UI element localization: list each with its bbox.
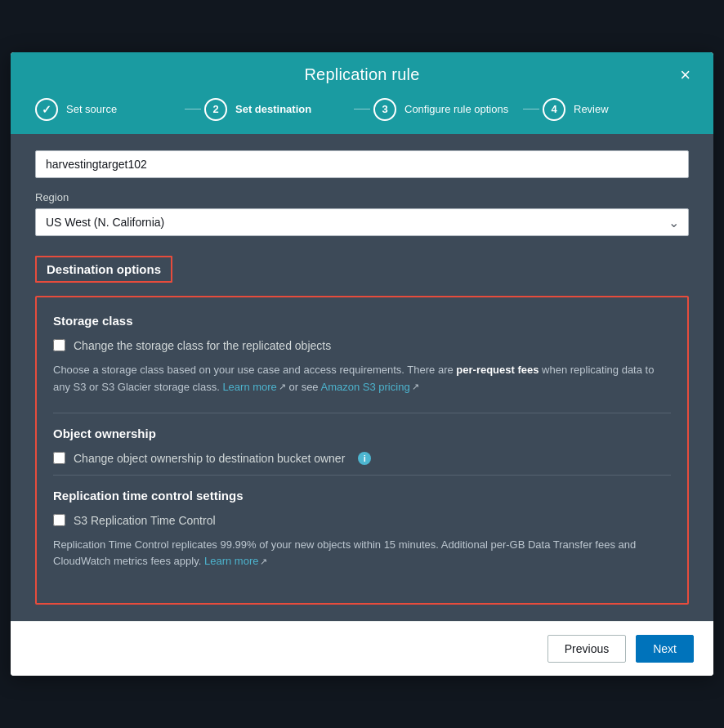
step-divider-1 — [185, 109, 201, 109]
next-button[interactable]: Next — [636, 635, 694, 663]
storage-class-checkbox[interactable] — [53, 339, 65, 351]
replication-time-learn-more-link[interactable]: Learn more — [204, 555, 258, 567]
object-ownership-checkbox-row: Change object ownership to destination b… — [53, 452, 671, 465]
storage-class-checkbox-label: Change the storage class for the replica… — [74, 339, 331, 352]
previous-button[interactable]: Previous — [547, 635, 626, 663]
replication-time-desc: Replication Time Control replicates 99.9… — [53, 538, 636, 568]
bucket-name-input[interactable] — [35, 150, 689, 178]
section-divider-1 — [53, 413, 671, 413]
step-3-number: 3 — [382, 103, 387, 115]
step-3-circle: 3 — [373, 98, 396, 121]
object-ownership-title: Object ownership — [53, 427, 671, 440]
step-2: 2 Set destination — [204, 98, 351, 121]
region-label: Region — [35, 191, 689, 203]
step-4-number: 4 — [551, 103, 556, 115]
modal-body: Region US West (N. California) ⌄ Destina… — [11, 134, 713, 621]
step-2-circle: 2 — [204, 98, 227, 121]
replication-time-title: Replication time control settings — [53, 489, 671, 502]
storage-class-desc-bold: per-request fees — [456, 364, 539, 376]
body-scroll-container: Region US West (N. California) ⌄ Destina… — [11, 134, 713, 621]
storage-class-desc-part3: or see — [286, 381, 321, 393]
modal-overlay: Replication rule × ✓ Set source 2 Set de… — [0, 0, 724, 728]
replication-time-section: Replication time control settings S3 Rep… — [53, 489, 671, 571]
destination-options-label: Destination options — [35, 256, 172, 283]
storage-class-learn-more-link[interactable]: Learn more — [222, 381, 276, 393]
wizard-steps: ✓ Set source 2 Set destination 3 Configu… — [11, 98, 713, 134]
step-2-number: 2 — [212, 103, 218, 115]
step-1: ✓ Set source — [35, 98, 181, 121]
object-ownership-checkbox-label: Change object ownership to destination b… — [74, 452, 345, 465]
step-3: 3 Configure rule options — [373, 98, 520, 121]
step-4-circle: 4 — [543, 98, 565, 121]
storage-class-section: Storage class Change the storage class f… — [53, 314, 671, 396]
modal-title: Replication rule — [304, 65, 419, 84]
step-divider-2 — [354, 109, 370, 109]
step-divider-3 — [523, 109, 539, 109]
external-link-icon-2: ↗ — [412, 380, 419, 395]
destination-options-container: Storage class Change the storage class f… — [35, 296, 689, 605]
step-3-label: Configure rule options — [404, 103, 508, 115]
step-1-check-icon: ✓ — [42, 103, 51, 116]
step-2-label: Set destination — [235, 103, 311, 115]
step-4: 4 Review — [543, 98, 689, 121]
region-field: Region US West (N. California) ⌄ — [35, 191, 689, 236]
modal-header: Replication rule × — [11, 52, 713, 98]
amazon-pricing-link[interactable]: Amazon S3 pricing — [321, 381, 410, 393]
object-ownership-checkbox[interactable] — [53, 452, 65, 464]
replication-time-checkbox-label: S3 Replication Time Control — [74, 514, 216, 527]
storage-class-checkbox-row: Change the storage class for the replica… — [53, 339, 671, 352]
modal-footer: Previous Next — [11, 621, 713, 676]
external-link-icon-1: ↗ — [279, 380, 286, 395]
info-icon[interactable]: i — [358, 452, 371, 465]
region-select-wrapper: US West (N. California) ⌄ — [35, 208, 689, 236]
storage-class-title: Storage class — [53, 314, 671, 328]
region-select[interactable]: US West (N. California) — [35, 208, 689, 236]
replication-rule-modal: Replication rule × ✓ Set source 2 Set de… — [11, 52, 713, 676]
section-divider-2 — [53, 475, 671, 476]
replication-time-checkbox-row: S3 Replication Time Control — [53, 514, 671, 527]
external-link-icon-3: ↗ — [260, 555, 267, 569]
replication-time-checkbox[interactable] — [53, 514, 65, 526]
step-1-circle: ✓ — [35, 98, 58, 121]
object-ownership-section: Object ownership Change object ownership… — [53, 427, 671, 465]
replication-time-description: Replication Time Control replicates 99.9… — [53, 537, 671, 571]
close-button[interactable]: × — [673, 63, 697, 87]
storage-class-description: Choose a storage class based on your use… — [53, 362, 671, 396]
storage-class-desc-part1: Choose a storage class based on your use… — [53, 364, 456, 376]
step-4-label: Review — [574, 103, 609, 115]
step-1-label: Set source — [66, 103, 117, 115]
